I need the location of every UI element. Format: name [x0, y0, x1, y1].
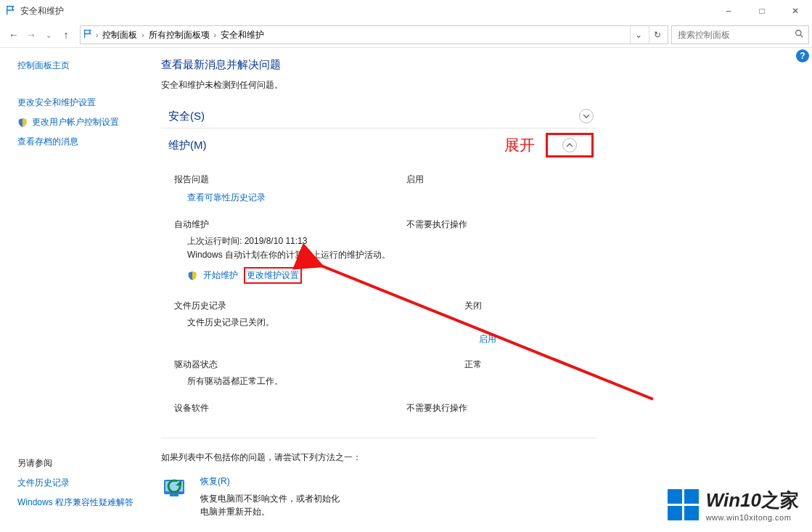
maintenance-section-body: 报告问题 启用 查看可靠性历史记录 自动维护 不需要执行操作 上次运行时间: 2… [161, 162, 596, 422]
shield-icon [187, 271, 197, 281]
search-input[interactable] [676, 29, 785, 41]
sidebar-change-security-settings[interactable]: 更改安全和维护设置 [17, 97, 96, 109]
drive-status-label: 驱动器状态 [174, 359, 464, 371]
drive-status-row: 驱动器状态 正常 [174, 359, 589, 371]
annotation-box [546, 133, 594, 157]
breadcrumb-flag-icon [83, 29, 93, 41]
breadcrumb-dropdown[interactable]: ⌄ [630, 26, 646, 44]
search-box[interactable] [671, 25, 809, 44]
shield-icon [17, 118, 28, 128]
recovery-section: 恢复(R) 恢复电脑而不影响文件，或者初始化电脑并重新开始。 [161, 475, 596, 518]
footer-note: 如果列表中不包括你的问题，请尝试下列方法之一： [161, 451, 596, 464]
device-software-label: 设备软件 [174, 402, 406, 414]
drive-status-value: 正常 [464, 359, 482, 371]
auto-maintenance-lastrun: 上次运行时间: 2019/8/10 11:13 [187, 235, 589, 247]
reliability-history-link[interactable]: 查看可靠性历史记录 [187, 192, 266, 202]
device-software-row: 设备软件 不需要执行操作 [174, 402, 589, 414]
minimize-button[interactable]: – [712, 0, 745, 22]
svg-rect-4 [170, 494, 179, 496]
divider [161, 438, 596, 438]
search-icon[interactable] [795, 29, 804, 41]
sidebar-archived-messages[interactable]: 查看存档的消息 [17, 136, 78, 148]
drive-status-desc: 所有驱动器都正常工作。 [187, 375, 589, 388]
auto-maintenance-row: 自动维护 不需要执行操作 [174, 218, 589, 231]
security-section-header[interactable]: 安全(S) [161, 105, 596, 128]
svg-point-0 [796, 30, 801, 36]
forward-button[interactable]: → [23, 29, 39, 41]
sidebar-file-history[interactable]: 文件历史记录 [17, 477, 70, 489]
back-button[interactable]: ← [6, 29, 22, 41]
report-problems-label: 报告问题 [174, 173, 406, 186]
file-history-row: 文件历史记录 关闭 [174, 300, 589, 312]
report-problems-row: 报告问题 启用 [174, 173, 589, 186]
watermark: Win10之家 www.win10xitong.com [668, 488, 799, 522]
file-history-desc: 文件历史记录已关闭。 [187, 316, 589, 329]
maximize-button[interactable]: □ [745, 0, 779, 22]
content-area: ? 控制面板主页 更改安全和维护设置 更改用户帐户控制设置 查看存档的消息 另请… [0, 48, 812, 532]
annotation-box-change-settings: 更改维护设置 [244, 267, 302, 284]
recovery-desc: 恢复电脑而不影响文件，或者初始化电脑并重新开始。 [200, 492, 345, 518]
flag-icon [6, 5, 16, 17]
see-also-header: 另请参阅 [17, 457, 144, 470]
window-controls: – □ ✕ [712, 0, 812, 22]
maintenance-title: 维护(M) [168, 139, 207, 152]
watermark-brand-en: Win10 [706, 489, 761, 511]
watermark-url: www.win10xitong.com [706, 513, 799, 522]
maintenance-section-header[interactable]: 维护(M) 展开 [161, 128, 596, 162]
address-bar: ← → ⌄ ↑ › 控制面板 › 所有控制面板项 › 安全和维护 ⌄ ↻ [0, 22, 812, 48]
window-title: 安全和维护 [20, 5, 712, 17]
crumb-current[interactable]: 安全和维护 [219, 29, 266, 41]
page-title: 查看最新消息并解决问题 [161, 58, 795, 72]
chevron-right-icon: › [214, 31, 216, 39]
titlebar: 安全和维护 – □ ✕ [0, 0, 812, 22]
sidebar-compat-troubleshoot[interactable]: Windows 程序兼容性疑难解答 [17, 496, 134, 509]
watermark-logo-icon [668, 489, 699, 520]
close-button[interactable]: ✕ [779, 0, 812, 22]
auto-maintenance-label: 自动维护 [174, 218, 406, 231]
sidebar-change-uac-settings[interactable]: 更改用户帐户控制设置 [32, 116, 119, 128]
watermark-brand-zh: 之家 [761, 489, 799, 511]
recent-dropdown[interactable]: ⌄ [41, 31, 57, 39]
main-panel: 查看最新消息并解决问题 安全和维护未检测到任何问题。 安全(S) 维护(M) 展… [152, 48, 812, 532]
auto-maintenance-value: 不需要执行操作 [406, 218, 467, 231]
recovery-link[interactable]: 恢复(R) [200, 476, 230, 486]
chevron-down-icon[interactable] [579, 109, 594, 123]
recovery-icon [161, 475, 190, 504]
crumb-control-panel[interactable]: 控制面板 [101, 29, 139, 41]
start-maintenance-link[interactable]: 开始维护 [203, 269, 238, 282]
sidebar-home-link[interactable]: 控制面板主页 [17, 60, 70, 72]
device-software-value: 不需要执行操作 [406, 402, 467, 414]
chevron-right-icon: › [142, 31, 144, 39]
page-subtitle: 安全和维护未检测到任何问题。 [161, 79, 795, 91]
sidebar: 控制面板主页 更改安全和维护设置 更改用户帐户控制设置 查看存档的消息 另请参阅… [0, 48, 152, 532]
file-history-value: 关闭 [464, 300, 482, 312]
auto-maintenance-desc: Windows 自动计划在你的计算机上运行的维护活动。 [187, 249, 589, 261]
annotation-expand: 展开 [504, 133, 594, 157]
chevron-right-icon: › [96, 31, 98, 39]
breadcrumb[interactable]: › 控制面板 › 所有控制面板项 › 安全和维护 ⌄ ↻ [80, 25, 668, 44]
chevron-up-icon[interactable] [562, 138, 577, 152]
security-title: 安全(S) [168, 110, 205, 123]
report-problems-value: 启用 [406, 173, 424, 186]
nav-arrows: ← → ⌄ ↑ [3, 29, 77, 41]
refresh-button[interactable]: ↻ [649, 26, 665, 44]
svg-line-1 [800, 35, 803, 37]
change-maintenance-settings-link[interactable]: 更改维护设置 [247, 270, 299, 280]
file-history-enable-link[interactable]: 启用 [479, 334, 496, 344]
up-button[interactable]: ↑ [58, 29, 74, 41]
file-history-label: 文件历史记录 [174, 300, 464, 312]
crumb-all-items[interactable]: 所有控制面板项 [147, 29, 211, 41]
